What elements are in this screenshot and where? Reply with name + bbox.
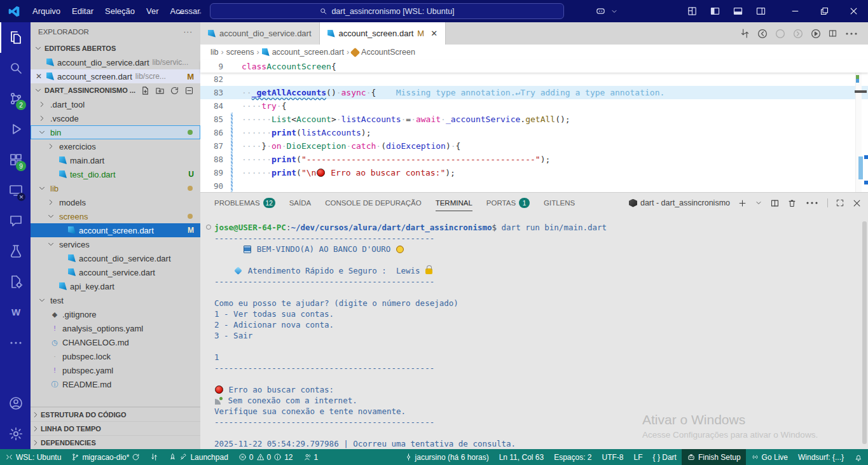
tree-item-services[interactable]: services <box>31 237 200 251</box>
open-editors-header[interactable]: EDITORES ABERTOS <box>31 41 200 55</box>
status-last-commit[interactable]: jacursino (há 6 horas) <box>399 449 494 465</box>
tree-item-models[interactable]: models <box>31 195 200 209</box>
tree-item--gitignore[interactable]: ◆.gitignore <box>31 307 200 321</box>
breadcrumb-item[interactable]: account_screen.dart <box>262 48 344 57</box>
chevron-down-icon[interactable] <box>37 295 47 305</box>
tree-item-test[interactable]: test <box>31 293 200 307</box>
panel-tab-sa-da[interactable]: SAÍDA <box>289 195 312 211</box>
breadcrumb-item[interactable]: lib <box>210 48 219 57</box>
overview-ruler[interactable] <box>854 73 868 192</box>
status-windsurf-status[interactable]: Windsurf: {...} <box>793 449 849 465</box>
chevron-right-icon[interactable] <box>46 197 56 207</box>
status-indentation[interactable]: Espaços: 2 <box>549 449 596 465</box>
back-arrow-icon[interactable]: ← <box>177 6 187 17</box>
refresh-icon[interactable] <box>170 86 179 95</box>
panel-tab-portas[interactable]: PORTAS1 <box>486 194 530 212</box>
activity-file-settings-icon[interactable] <box>0 267 31 297</box>
split-editor-icon[interactable] <box>828 29 837 38</box>
new-terminal-icon[interactable] <box>738 198 747 208</box>
panel-tab-console-de-depura-o[interactable]: CONSOLE DE DEPURAÇÃO <box>325 195 421 211</box>
restore-button[interactable] <box>809 0 839 22</box>
sidebar-section-estrutura-do-c-digo[interactable]: ESTRUTURA DO CÓDIGO <box>31 407 200 421</box>
editor-more-actions-icon[interactable] <box>844 26 859 41</box>
terminal-scrollbar[interactable] <box>862 221 867 444</box>
tree-item-bin[interactable]: bin <box>31 125 200 139</box>
activity-run-debug-icon[interactable] <box>0 114 31 144</box>
activity-more-icon[interactable] <box>0 328 31 358</box>
collapse-icon[interactable] <box>184 86 194 95</box>
chevron-down-icon[interactable] <box>46 211 56 221</box>
menu-ver[interactable]: Ver <box>141 4 165 18</box>
chevron-down-icon[interactable] <box>610 3 619 20</box>
activity-account-icon[interactable] <box>0 388 31 419</box>
close-button[interactable] <box>839 0 868 22</box>
tree-item-readme-md[interactable]: ⓘREADME.md <box>31 377 200 391</box>
activity-testing-icon[interactable] <box>0 236 31 267</box>
tree-item--vscode[interactable]: .vscode <box>31 111 200 125</box>
sidebar-section-linha-do-tempo[interactable]: LINHA DO TEMPO <box>31 421 200 435</box>
activity-explorer-icon[interactable] <box>0 22 31 53</box>
tree-item-account-screen-dart[interactable]: account_screen.dartM <box>31 223 200 237</box>
status-compare-changes[interactable] <box>145 449 163 465</box>
activity-search-icon[interactable] <box>0 53 31 83</box>
panel-more-actions-icon[interactable] <box>804 195 820 211</box>
run-file-icon[interactable] <box>810 28 822 39</box>
command-center-search[interactable]: dart_assincronismo [WSL: Ubuntu] <box>210 3 564 19</box>
tree-item-exercicios[interactable]: exercicios <box>31 139 200 153</box>
status-language-mode[interactable]: { } Dart <box>648 449 682 465</box>
tree-item--dart-tool[interactable]: .dart_tool <box>31 97 200 111</box>
tree-item-test-dio-dart[interactable]: test_dio.dartU <box>31 167 200 181</box>
panel-tab-terminal[interactable]: TERMINAL <box>436 195 472 211</box>
chevron-right-icon[interactable] <box>37 99 47 109</box>
status-cursor-position[interactable]: Ln 11, Col 63 <box>494 449 549 465</box>
editor-scrollbar[interactable] <box>858 156 863 179</box>
tree-item-changelog-md[interactable]: ◷CHANGELOG.md <box>31 335 200 349</box>
new-file-icon[interactable] <box>141 86 150 95</box>
status-finish-setup[interactable]: Finish Setup <box>682 449 746 465</box>
forward-arrow-icon[interactable]: → <box>193 6 203 17</box>
tree-item-pubspec-yaml[interactable]: !pubspec.yaml <box>31 363 200 377</box>
code-editor[interactable]: 8283··_getAllAccounts()·async·{ Missing … <box>200 73 868 192</box>
toggle-sidebar-icon[interactable] <box>705 3 724 20</box>
editor-tab-account-dio-service-dart[interactable]: account_dio_service.dart <box>200 22 320 45</box>
tree-item-main-dart[interactable]: main.dart <box>31 153 200 167</box>
toggle-secondary-sidebar-icon[interactable] <box>751 3 770 20</box>
terminal-dropdown-icon[interactable] <box>755 199 762 207</box>
status-problems[interactable]: 0012 <box>233 449 298 465</box>
chevron-right-icon[interactable] <box>46 141 56 151</box>
close-tab-icon[interactable]: ✕ <box>431 29 437 38</box>
sidebar-section-dependencies[interactable]: DEPENDENCIES <box>31 435 200 449</box>
breadcrumb-item[interactable]: AccountScreen <box>352 48 415 57</box>
kill-terminal-icon[interactable] <box>787 198 797 208</box>
previous-change-icon[interactable] <box>775 28 786 39</box>
terminal-output[interactable]: jose@USER-64-PC:~/dev/cursos/alura/dart/… <box>200 213 868 450</box>
tree-item-api-key-dart[interactable]: api_key.dart <box>31 279 200 293</box>
status-remote-indicator[interactable]: WSL: Ubuntu <box>0 449 66 465</box>
chevron-down-icon[interactable] <box>37 183 47 193</box>
maximize-panel-icon[interactable] <box>836 198 844 207</box>
panel-tab-problemas[interactable]: PROBLEMAS12 <box>214 194 275 212</box>
menu-arquivo[interactable]: Arquivo <box>27 4 66 18</box>
next-change-icon[interactable] <box>792 28 804 39</box>
close-editor-icon[interactable]: ✕ <box>34 72 43 81</box>
status-feedback[interactable]: 1 <box>298 449 324 465</box>
menu-seleção[interactable]: Seleção <box>99 4 141 18</box>
toggle-panel-icon[interactable] <box>728 3 747 20</box>
project-root-header[interactable]: DART_ASSINCRONISMO ... <box>31 83 200 97</box>
activity-windsurf-icon[interactable]: W <box>0 297 31 328</box>
panel-tab-gitlens[interactable]: GITLENS <box>544 195 575 211</box>
chevron-down-icon[interactable] <box>37 127 47 137</box>
command-decoration-icon[interactable] <box>206 225 211 230</box>
status-notifications[interactable] <box>849 449 868 465</box>
terminal-process-label[interactable]: dart - dart_assincronismo <box>629 198 730 207</box>
chevron-right-icon[interactable] <box>37 113 47 123</box>
tree-item-account-dio-service-dart[interactable]: account_dio_service.dart <box>31 251 200 265</box>
open-editor-item[interactable]: ✕account_screen.dartlib/scre...M <box>31 69 200 83</box>
status-encoding[interactable]: UTF-8 <box>597 449 629 465</box>
split-terminal-icon[interactable] <box>770 198 780 208</box>
activity-source-control-icon[interactable]: 2 <box>0 83 31 114</box>
sidebar-more-actions-icon[interactable]: ··· <box>184 28 193 36</box>
editor-tab-account-screen-dart[interactable]: account_screen.dartM✕ <box>320 22 446 45</box>
activity-chat-icon[interactable] <box>0 205 31 236</box>
navigate-back-icon[interactable] <box>757 28 768 39</box>
